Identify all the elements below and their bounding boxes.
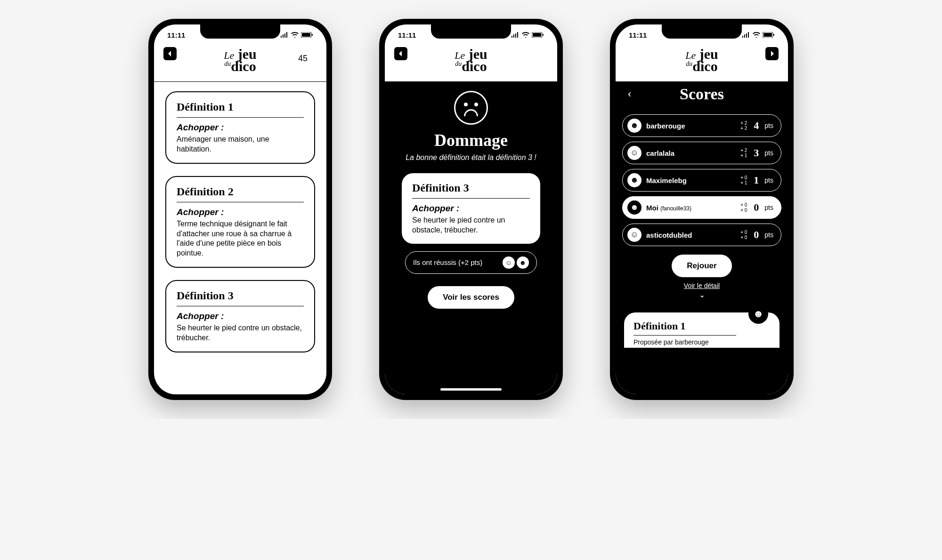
success-pill: Ils ont réussis (+2 pts) ☺ ☻ — [405, 251, 537, 274]
definition-title: Définition 2 — [177, 185, 304, 202]
score-row: ☻ Maximelebg + 0+ 1 1 pts — [622, 169, 781, 192]
avatar-icon: ☺ — [627, 228, 642, 242]
arrow-left-icon — [397, 50, 405, 57]
result-subtitle: La bonne définition était la définition … — [406, 153, 536, 163]
arrow-left-icon — [166, 50, 174, 57]
app-logo: Le jeu dudico — [455, 48, 487, 72]
scores-title: Scores — [680, 85, 724, 103]
score-row: ☺ carlalala + 2+ 1 3 pts — [622, 142, 781, 164]
app-header: Le jeu dudico — [616, 45, 788, 81]
definition-word: Achopper : — [177, 311, 304, 321]
avatar-icon: ☻ — [517, 256, 529, 269]
svg-rect-1 — [302, 33, 310, 37]
definition-text: Se heurter le pied contre un obstacle, t… — [412, 216, 530, 235]
score-deltas: + 0+ 0 — [740, 202, 747, 213]
definition-word: Achopper : — [177, 122, 304, 133]
phone-3: 11:11 Le jeu dudico ‹ Scores ☻ b — [610, 19, 794, 400]
success-avatars: ☺ ☻ — [503, 256, 529, 269]
score-total: 1 — [754, 174, 759, 186]
definition-title: Définition 3 — [177, 289, 304, 306]
definition-card-2[interactable]: Définition 2 Achopper : Terme technique … — [165, 176, 315, 268]
score-total: 4 — [754, 120, 759, 132]
phone-2: 11:11 Le jeu dudico Dommage La bonne déf… — [379, 19, 563, 400]
pts-label: pts — [764, 231, 773, 239]
definition-card-3[interactable]: Définition 3 Achopper : Se heurter le pi… — [165, 280, 315, 352]
app-logo: Le jeu dudico — [685, 48, 718, 72]
avatar-icon: ☻ — [748, 304, 768, 324]
definition-peek-title: Définition 1 — [633, 320, 736, 336]
home-indicator[interactable] — [440, 388, 502, 391]
score-row: ☻ barberouge + 2+ 2 4 pts — [622, 114, 781, 137]
pts-label: pts — [764, 149, 773, 157]
player-name: Maximelebg — [646, 176, 736, 184]
phone-1: 11:11 Le jeu dudico 45 Définition 1 Acho… — [148, 19, 332, 400]
definitions-list[interactable]: Définition 1 Achopper : Aménager une mai… — [154, 82, 326, 394]
status-time: 11:11 — [167, 31, 185, 39]
definition-text: Aménager une maison, une habitation. — [177, 135, 304, 154]
result-panel: Dommage La bonne définition était la déf… — [385, 81, 557, 394]
definition-word: Achopper : — [177, 207, 304, 217]
exit-button[interactable] — [765, 47, 779, 60]
result-title: Dommage — [396, 130, 546, 150]
avatar-icon: ☺ — [627, 146, 642, 160]
avatar-icon: ☻ — [627, 173, 642, 187]
svg-rect-8 — [773, 34, 774, 36]
score-deltas: + 0+ 1 — [740, 175, 747, 185]
back-button[interactable] — [394, 47, 407, 60]
round-timer: 45 — [298, 54, 308, 64]
player-name: carlalala — [646, 149, 736, 157]
score-total: 0 — [754, 229, 759, 241]
view-scores-button[interactable]: Voir les scores — [428, 286, 514, 309]
status-icons — [742, 32, 775, 38]
svg-rect-4 — [533, 33, 541, 37]
definition-peek-card[interactable]: ☻ Définition 1 Proposée par barberouge — [624, 312, 780, 348]
avatar-icon: ☻ — [627, 119, 642, 133]
back-chevron-icon[interactable]: ‹ — [628, 88, 631, 100]
status-icons — [511, 32, 544, 38]
definition-title: Définition 1 — [177, 101, 304, 118]
arrow-right-icon — [768, 50, 776, 57]
chevron-down-icon[interactable]: ⌄ — [616, 290, 788, 299]
definition-text: Terme technique désignant le fait d'atta… — [177, 219, 304, 258]
svg-rect-7 — [763, 33, 772, 37]
score-total: 0 — [754, 201, 759, 214]
definition-text: Se heurter le pied contre un obstacle, t… — [177, 323, 304, 343]
view-detail-link[interactable]: Voir le détail — [616, 282, 788, 289]
replay-button[interactable]: Rejouer — [672, 255, 731, 277]
svg-rect-5 — [543, 34, 544, 36]
score-row-me: ☻ Moi (fanouille33) + 0+ 0 0 pts — [622, 196, 781, 219]
avatar-icon: ☻ — [627, 200, 642, 215]
pts-label: pts — [764, 122, 773, 129]
definition-card-1[interactable]: Définition 1 Achopper : Aménager une mai… — [165, 91, 315, 164]
svg-rect-2 — [312, 34, 313, 36]
sad-face-icon — [454, 91, 488, 125]
app-header: Le jeu dudico — [385, 45, 557, 81]
avatar-icon: ☺ — [503, 256, 515, 269]
scores-header: ‹ Scores — [616, 81, 788, 110]
app-header: Le jeu dudico 45 — [154, 45, 326, 81]
definition-title: Définition 3 — [412, 182, 530, 199]
score-deltas: + 0+ 0 — [740, 230, 747, 240]
status-time: 11:11 — [629, 31, 647, 39]
pts-label: pts — [764, 176, 773, 184]
scores-panel: ‹ Scores ☻ barberouge + 2+ 2 4 pts ☺ car… — [616, 81, 788, 394]
back-button[interactable] — [163, 47, 177, 60]
player-name: barberouge — [646, 122, 736, 130]
score-total: 3 — [754, 147, 759, 159]
player-name: asticotdubled — [646, 231, 736, 239]
status-time: 11:11 — [398, 31, 416, 39]
definition-peek-subtitle: Proposée par barberouge — [633, 338, 770, 346]
definition-word: Achopper : — [412, 203, 530, 214]
score-deltas: + 2+ 2 — [740, 120, 747, 131]
correct-definition-card: Définition 3 Achopper : Se heurter le pi… — [402, 173, 540, 244]
status-icons — [280, 32, 313, 38]
success-pill-label: Ils ont réussis (+2 pts) — [413, 258, 482, 266]
player-name: Moi (fanouille33) — [646, 204, 736, 212]
score-row: ☺ asticotdubled + 0+ 0 0 pts — [622, 224, 781, 246]
pts-label: pts — [764, 204, 773, 211]
app-logo: Le jeu dudico — [224, 48, 257, 72]
score-deltas: + 2+ 1 — [740, 148, 747, 158]
